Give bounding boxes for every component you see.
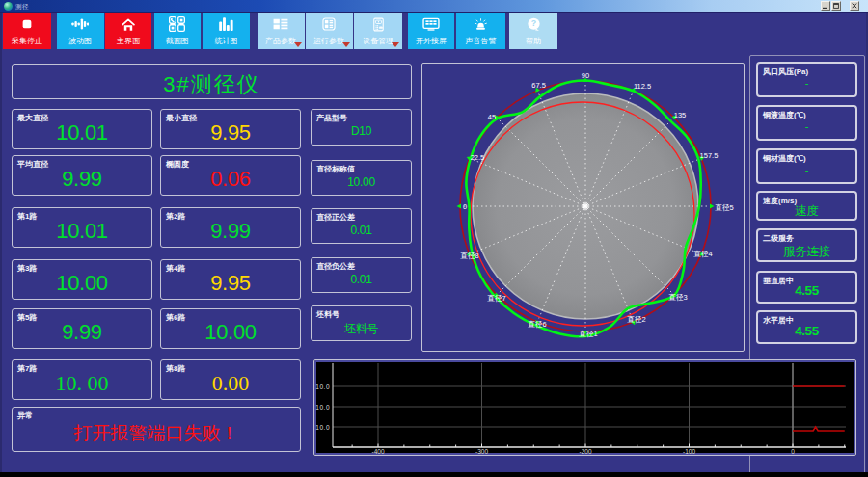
- value-box-产品型号: 产品型号D10: [311, 109, 412, 146]
- toolbar-button-label: 波动图: [68, 38, 92, 45]
- toolbar-button-device[interactable]: 设备管理: [354, 13, 402, 49]
- dropdown-arrow-icon: [294, 42, 302, 47]
- x-tick-label: -300: [475, 448, 488, 455]
- page-title: 3#测径仪: [12, 64, 412, 99]
- value-box-第2路: 第2路9.99: [160, 207, 301, 248]
- polar-label-45: 45: [488, 113, 496, 121]
- toolbar-button-product[interactable]: 产品参数: [258, 13, 305, 49]
- box-value: 10.00: [312, 175, 411, 189]
- toolbar-button-label: 开外接屏: [416, 38, 447, 45]
- strip-plot: -400-300-200-100010.010.010.0: [314, 360, 855, 455]
- box-value: 坯料号: [312, 321, 411, 337]
- polar-label-90: 90: [582, 71, 589, 80]
- toolbar-button-label: 产品参数: [265, 38, 296, 45]
- value-box-第3路: 第3路10.00: [12, 259, 152, 300]
- toolbar-button-label: 运行参数: [313, 38, 344, 45]
- x-tick-label: -200: [579, 448, 591, 455]
- grid-icon: [322, 18, 336, 30]
- value-box-第7路: 第7路10. 00: [12, 359, 152, 400]
- barchart-icon: [219, 18, 233, 30]
- box-value: 10.01: [13, 120, 151, 146]
- polar-label-直径4: 直径4: [692, 250, 712, 258]
- toolbar-button-label: 设备管理: [363, 38, 393, 45]
- polar-label-157.5: 157.5: [700, 151, 719, 160]
- polar-label-直径3: 直径3: [667, 293, 687, 302]
- y-tick-label: 10.0: [315, 404, 330, 411]
- value-box-直径正公差: 直径正公差0.01: [311, 208, 412, 244]
- box-value: 0.01: [312, 273, 411, 286]
- box-value: 0.01: [312, 224, 411, 237]
- center-marker: [583, 203, 589, 210]
- waveform-icon: [71, 18, 89, 30]
- value-box-直径标称值: 直径标称值10.00: [311, 160, 412, 196]
- polar-label-135: 135: [674, 111, 687, 119]
- toolbar-button-screen[interactable]: 开外接屏: [408, 13, 454, 49]
- toolbar-button-stats[interactable]: 统计图: [203, 13, 250, 49]
- toolbar-button-section[interactable]: 截面图: [154, 13, 202, 49]
- toolbar-button-label: 主界面: [117, 38, 140, 45]
- polar-label-直径7: 直径7: [486, 294, 505, 303]
- window-controls: [0, 0, 868, 13]
- strip-x-labels: -400-300-200-1000: [371, 448, 795, 455]
- value-box-坯料号: 坯料号坯料号: [311, 305, 412, 341]
- stop-icon: [21, 18, 33, 30]
- box-value: 9.99: [13, 167, 151, 192]
- value-box-最小直径: 最小直径9.95: [160, 109, 301, 149]
- toolbar: 采集停止波动图主界面截面图统计图产品参数运行参数设备管理开外接屏声音告警?帮助: [0, 13, 868, 49]
- toolbar-button-stop[interactable]: 采集停止: [3, 13, 51, 49]
- trend-chart: -400-300-200-100010.010.010.0: [313, 359, 856, 456]
- application-window: 测径 采集停止波动图主界面截面图统计图产品参数运行参数设备管理开外接屏声音告警?…: [0, 0, 868, 477]
- section-icon: [169, 18, 185, 30]
- box-value: 10.00: [13, 271, 151, 296]
- box-value: 0.06: [161, 167, 300, 192]
- strip-y-labels: 10.010.010.0: [315, 384, 330, 431]
- polar-label-直径5: 直径5: [714, 203, 733, 212]
- toolbar-button-sound[interactable]: 声音告警: [456, 13, 505, 49]
- home-icon: [122, 18, 135, 30]
- toolbar-button-help[interactable]: ?帮助: [509, 13, 557, 49]
- box-value: 9.99: [13, 320, 151, 345]
- polar-label-直径6: 直径6: [527, 320, 546, 329]
- toolbar-button-main[interactable]: 主界面: [105, 13, 151, 49]
- y-tick-label: 10.0: [315, 384, 330, 390]
- polar-label-直径1: 直径1: [578, 330, 597, 338]
- dropdown-arrow-icon: [392, 42, 399, 47]
- box-label: 直径标称值: [316, 164, 355, 174]
- monitor-icon: [422, 18, 440, 30]
- box-label: 直径负公差: [316, 261, 355, 272]
- device-icon: [372, 18, 385, 30]
- title-bar: 测径: [0, 0, 868, 13]
- restore-button[interactable]: [831, 1, 841, 11]
- cross-section-chart: 直径5157.5135112.59067.54522.50直径8直径7直径6直径…: [421, 63, 745, 352]
- toolbar-button-label: 采集停止: [12, 38, 42, 45]
- value-box-第8路: 第8路0.00: [160, 359, 301, 400]
- value-box-最大直径: 最大直径10.01: [12, 109, 152, 149]
- box-label: 产品型号: [316, 113, 347, 123]
- alarm-box: 异常 打开报警端口失败！: [12, 407, 301, 452]
- value-box-平均直径: 平均直径9.99: [12, 155, 152, 196]
- toolbar-button-label: 帮助: [526, 38, 541, 45]
- toolbar-button-run[interactable]: 运行参数: [306, 13, 353, 49]
- box-label: 直径正公差: [316, 212, 355, 223]
- toolbar-button-label: 统计图: [215, 38, 238, 45]
- close-button[interactable]: [850, 1, 859, 11]
- help-icon: ?: [527, 18, 541, 30]
- list-icon: [272, 18, 289, 30]
- polar-label-0: 0: [463, 202, 467, 211]
- polar-label-直径2: 直径2: [626, 315, 645, 324]
- bottom-edge: [0, 472, 868, 477]
- siren-icon: [475, 18, 487, 30]
- window-left-edge: [0, 13, 2, 472]
- box-label: 坯料号: [316, 309, 339, 320]
- polar-plot: 直径5157.5135112.59067.54522.50直径8直径7直径6直径…: [422, 64, 750, 351]
- toolbar-button-wave[interactable]: 波动图: [57, 13, 104, 49]
- alarm-message: 打开报警端口失败！: [13, 421, 300, 446]
- polar-label-22.5: 22.5: [471, 153, 485, 162]
- minimize-button[interactable]: [821, 1, 830, 11]
- box-value: 10.01: [13, 219, 151, 244]
- value-box-第1路: 第1路10.01: [12, 207, 152, 248]
- alarm-label: 异常: [17, 411, 33, 421]
- polar-label-112.5: 112.5: [634, 82, 651, 91]
- svg-text:?: ?: [530, 18, 535, 28]
- dropdown-arrow-icon: [342, 42, 350, 47]
